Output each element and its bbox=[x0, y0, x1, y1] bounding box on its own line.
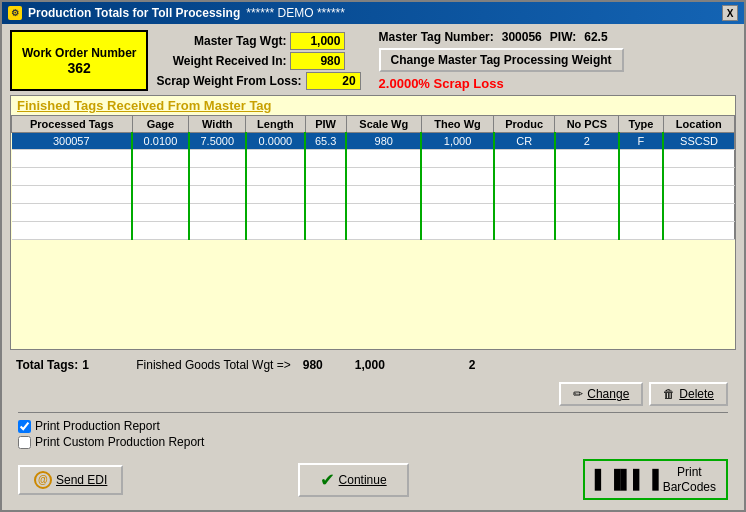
table-cell-empty bbox=[305, 186, 346, 204]
master-tag-wgt-row: Master Tag Wgt: 1,000 bbox=[156, 32, 360, 50]
print-barcodes-button[interactable]: ▌▐▌▌▐ PrintBarCodes bbox=[583, 459, 728, 500]
table-cell-empty bbox=[12, 150, 133, 168]
table-cell-empty bbox=[305, 150, 346, 168]
finished-tags-title: Finished Tags Received From Master Tag bbox=[11, 96, 735, 115]
table-cell-empty bbox=[421, 150, 493, 168]
checkboxes-section: Print Production Report Print Custom Pro… bbox=[10, 417, 736, 451]
table-cell-empty bbox=[663, 204, 735, 222]
table-cell-empty bbox=[494, 150, 555, 168]
print-production-label: Print Production Report bbox=[35, 419, 160, 433]
finished-tags-table: Processed Tags Gage Width Length PIW Sca… bbox=[11, 115, 735, 240]
window-title: Production Totals for Toll Processing bbox=[28, 6, 240, 20]
table-cell-empty bbox=[421, 168, 493, 186]
table-cell-empty bbox=[246, 150, 305, 168]
table-cell-empty bbox=[189, 222, 246, 240]
table-cell-empty bbox=[421, 204, 493, 222]
table-cell: F bbox=[619, 133, 663, 150]
col-location: Location bbox=[663, 116, 735, 133]
table-row-empty bbox=[12, 186, 735, 204]
table-cell-empty bbox=[305, 168, 346, 186]
table-cell-empty bbox=[619, 150, 663, 168]
print-custom-checkbox[interactable] bbox=[18, 436, 31, 449]
table-cell: 1,000 bbox=[421, 133, 493, 150]
bottom-buttons: @ Send EDI ✔ Continue ▌▐▌▌▐ PrintBarCode… bbox=[10, 455, 736, 504]
fg-pcs-total: 2 bbox=[469, 358, 476, 372]
col-width: Width bbox=[189, 116, 246, 133]
continue-button-label: Continue bbox=[339, 473, 387, 487]
table-cell-empty bbox=[421, 222, 493, 240]
table-container: Processed Tags Gage Width Length PIW Sca… bbox=[11, 115, 735, 349]
table-cell-empty bbox=[346, 204, 421, 222]
master-tag-number-row: Master Tag Number: 300056 PIW: 62.5 bbox=[379, 30, 624, 44]
change-button-label: Change bbox=[587, 387, 629, 401]
middle-info: Master Tag Wgt: 1,000 Weight Received In… bbox=[156, 30, 360, 91]
send-edi-button[interactable]: @ Send EDI bbox=[18, 465, 123, 495]
master-tag-wgt-value: 1,000 bbox=[290, 32, 345, 50]
table-cell-empty bbox=[246, 186, 305, 204]
table-cell-empty bbox=[663, 222, 735, 240]
scrap-weight-row: Scrap Weight From Loss: 20 bbox=[156, 72, 360, 90]
barcode-icon: ▌▐▌▌▐ bbox=[595, 469, 659, 490]
header-row: Processed Tags Gage Width Length PIW Sca… bbox=[12, 116, 735, 133]
table-cell-empty bbox=[12, 168, 133, 186]
change-button[interactable]: ✏ Change bbox=[559, 382, 643, 406]
main-window: ⚙ Production Totals for Toll Processing … bbox=[0, 0, 746, 512]
table-cell-empty bbox=[663, 150, 735, 168]
top-section: Work Order Number 362 Master Tag Wgt: 1,… bbox=[10, 30, 736, 91]
continue-button[interactable]: ✔ Continue bbox=[298, 463, 409, 497]
work-order-label: Work Order Number bbox=[22, 46, 136, 60]
table-row[interactable]: 3000570.01007.50000.000065.39801,000CR2F… bbox=[12, 133, 735, 150]
table-cell-empty bbox=[132, 150, 189, 168]
col-produc: Produc bbox=[494, 116, 555, 133]
table-cell-empty bbox=[132, 168, 189, 186]
col-no-pcs: No PCS bbox=[555, 116, 619, 133]
pencil-icon: ✏ bbox=[573, 387, 583, 401]
table-cell: 2 bbox=[555, 133, 619, 150]
separator bbox=[18, 412, 728, 413]
table-cell-empty bbox=[619, 204, 663, 222]
table-cell-empty bbox=[555, 204, 619, 222]
table-cell-empty bbox=[346, 150, 421, 168]
delete-button-label: Delete bbox=[679, 387, 714, 401]
piw-label: PIW: bbox=[550, 30, 576, 44]
table-row-empty bbox=[12, 204, 735, 222]
scrap-weight-label: Scrap Weight From Loss: bbox=[156, 74, 301, 88]
table-cell-empty bbox=[619, 186, 663, 204]
table-cell-empty bbox=[246, 168, 305, 186]
col-scale-wg: Scale Wg bbox=[346, 116, 421, 133]
print-bc-label: PrintBarCodes bbox=[663, 465, 716, 494]
table-cell: 980 bbox=[346, 133, 421, 150]
right-info: Master Tag Number: 300056 PIW: 62.5 Chan… bbox=[379, 30, 624, 91]
table-cell: 7.5000 bbox=[189, 133, 246, 150]
table-cell: 0.0100 bbox=[132, 133, 189, 150]
piw-value: 62.5 bbox=[584, 30, 607, 44]
table-cell-empty bbox=[132, 186, 189, 204]
table-cell-empty bbox=[555, 186, 619, 204]
table-row-empty bbox=[12, 168, 735, 186]
table-row-empty bbox=[12, 222, 735, 240]
master-tag-number-value: 300056 bbox=[502, 30, 542, 44]
table-cell-empty bbox=[619, 168, 663, 186]
table-cell: SSCSD bbox=[663, 133, 735, 150]
total-tags-label: Total Tags: bbox=[16, 358, 78, 372]
table-cell-empty bbox=[494, 186, 555, 204]
title-bar-left: ⚙ Production Totals for Toll Processing … bbox=[8, 6, 345, 20]
table-cell: 65.3 bbox=[305, 133, 346, 150]
totals-row: Total Tags: 1 Finished Goods Total Wgt =… bbox=[10, 354, 736, 376]
table-cell-empty bbox=[12, 222, 133, 240]
table-cell-empty bbox=[555, 150, 619, 168]
table-cell: CR bbox=[494, 133, 555, 150]
close-button[interactable]: X bbox=[722, 5, 738, 21]
table-body: 3000570.01007.50000.000065.39801,000CR2F… bbox=[12, 133, 735, 240]
delete-button[interactable]: 🗑 Delete bbox=[649, 382, 728, 406]
table-cell-empty bbox=[346, 222, 421, 240]
change-master-tag-button[interactable]: Change Master Tag Processing Weight bbox=[379, 48, 624, 72]
content-area: Work Order Number 362 Master Tag Wgt: 1,… bbox=[2, 24, 744, 510]
total-tags-count: 1 bbox=[82, 358, 112, 372]
weight-received-label: Weight Received In: bbox=[156, 54, 286, 68]
table-cell-empty bbox=[12, 204, 133, 222]
table-cell-empty bbox=[494, 222, 555, 240]
col-gage: Gage bbox=[132, 116, 189, 133]
work-order-box: Work Order Number 362 bbox=[10, 30, 148, 91]
print-production-checkbox[interactable] bbox=[18, 420, 31, 433]
